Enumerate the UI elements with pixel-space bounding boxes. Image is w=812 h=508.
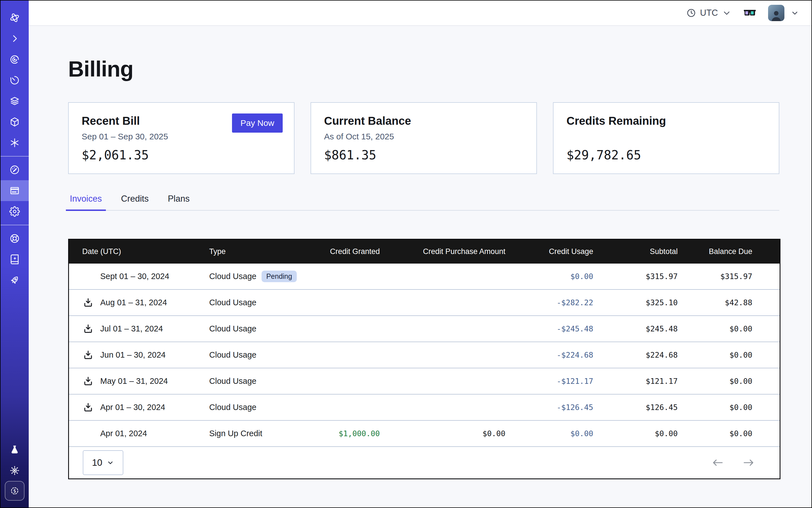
recent-bill-card: Recent Bill Sep 01 – Sep 30, 2025 $2,061… (68, 102, 295, 174)
download-icon (83, 376, 93, 387)
download-invoice-button[interactable] (83, 350, 93, 361)
invoice-type: Cloud Usage (209, 298, 256, 307)
sidebar-item-docs[interactable] (1, 249, 29, 270)
invoice-type: Cloud Usage (209, 350, 256, 359)
credit-granted-value: $1,000.00 (302, 429, 380, 438)
subtotal-value: $315.97 (593, 272, 678, 281)
dollar-badge-icon: $ (9, 486, 20, 496)
card-amount: $29,782.65 (566, 148, 641, 162)
sidebar-item-monitoring[interactable] (1, 49, 29, 70)
card-title: Credits Remaining (566, 115, 766, 127)
download-icon (83, 402, 93, 413)
subtotal-value: $121.17 (593, 377, 678, 385)
sidebar-item-credits[interactable]: $ (5, 481, 25, 501)
gauge-icon (9, 164, 20, 175)
sidebar-item-settings[interactable] (1, 201, 29, 222)
credit-purchase-value: $0.00 (380, 429, 505, 438)
pay-now-button[interactable]: Pay Now (232, 114, 283, 133)
col-balance-due: Balance Due (678, 247, 780, 256)
sidebar-item-usage[interactable] (1, 159, 29, 180)
view-mode-button[interactable] (743, 7, 757, 18)
flask-icon (9, 444, 20, 455)
arrow-right-icon (742, 458, 755, 467)
sidebar-item-getting-started[interactable] (1, 270, 29, 291)
download-invoice-button[interactable] (83, 376, 93, 387)
sidebar-item-history[interactable] (1, 70, 29, 91)
subtotal-value: $126.45 (593, 403, 678, 412)
asterisk-icon (9, 137, 20, 148)
layers-icon (9, 96, 20, 107)
download-invoice-button[interactable] (83, 297, 93, 308)
invoice-type: Sign Up Credit (209, 429, 262, 438)
card-title: Current Balance (324, 115, 523, 127)
sidebar-item-labs[interactable] (1, 439, 29, 460)
sidebar-item-services[interactable] (1, 132, 29, 153)
sidebar-item-support[interactable] (1, 228, 29, 249)
tab-plans[interactable]: Plans (166, 194, 191, 210)
credit-usage-value: -$126.45 (505, 403, 593, 412)
sidebar-item-resources[interactable] (1, 112, 29, 132)
balance-due-value: $0.00 (678, 429, 780, 438)
invoice-date: Apr 01, 2024 (100, 429, 147, 438)
subtotal-value: $0.00 (593, 429, 678, 438)
account-menu[interactable] (768, 5, 799, 21)
subtotal-value: $245.48 (593, 325, 678, 333)
card-subtitle: Sep 01 – Sep 30, 2025 (82, 132, 281, 141)
sun-icon (9, 465, 20, 476)
invoice-date: Jun 01 – 30, 2024 (100, 350, 166, 359)
spiral-eye-icon (9, 54, 20, 65)
invoice-date-cell: Aug 01 – 31, 2024 (69, 297, 209, 308)
cube-icon (9, 117, 20, 127)
credit-usage-value: $0.00 (505, 272, 593, 281)
card-amount: $861.35 (324, 148, 376, 162)
gear-icon (9, 206, 20, 217)
balance-due-value: $0.00 (678, 403, 780, 412)
sidebar-spacer (1, 291, 29, 439)
invoice-type-cell: Cloud Usage Pending (209, 270, 302, 282)
svg-text:$: $ (13, 488, 16, 494)
credits-remaining-card: Credits Remaining $29,782.65 (553, 102, 779, 174)
download-invoice-button[interactable] (83, 324, 93, 334)
download-icon (83, 324, 93, 334)
topbar: UTC (29, 1, 811, 26)
3d-glasses-icon (743, 7, 757, 18)
timezone-selector[interactable]: UTC (686, 8, 731, 18)
invoice-row: Jun 01 – 30, 2024 Cloud Usage -$224.68 $… (69, 342, 780, 368)
download-invoice-button[interactable] (83, 402, 93, 413)
invoice-date: May 01 – 31, 2024 (100, 377, 168, 386)
invoice-row: Apr 01 – 30, 2024 Cloud Usage -$126.45 $… (69, 394, 780, 420)
invoice-type: Cloud Usage (209, 403, 256, 412)
table-header: Date (UTC) Type Credit Granted Credit Pu… (69, 240, 780, 263)
invoice-type: Cloud Usage (209, 377, 256, 386)
invoice-row: Jul 01 – 31, 2024 Cloud Usage -$245.48 $… (69, 315, 780, 342)
sidebar-item-collapse[interactable] (1, 28, 29, 49)
invoice-type-cell: Cloud Usage (209, 324, 302, 333)
invoice-type-cell: Cloud Usage (209, 403, 302, 412)
table-body: Sept 01 – 30, 2024 Cloud Usage Pending $… (69, 263, 780, 446)
sidebar-item-theme[interactable] (1, 460, 29, 481)
invoice-type-cell: Sign Up Credit (209, 429, 302, 438)
table-footer: 10 (69, 446, 780, 478)
main-area: UTC Billing Rece (29, 1, 811, 507)
history-clock-icon (9, 75, 20, 86)
col-credit-purchase: Credit Purchase Amount (380, 247, 505, 256)
page-size-select[interactable]: 10 (83, 450, 123, 475)
invoice-row: Aug 01 – 31, 2024 Cloud Usage -$282.22 $… (69, 289, 780, 315)
invoice-date: Apr 01 – 30, 2024 (100, 403, 165, 412)
invoice-date-cell: Jun 01 – 30, 2024 (69, 350, 209, 361)
tab-invoices[interactable]: Invoices (68, 194, 103, 210)
chevron-down-icon (790, 9, 799, 17)
sidebar-item-layers[interactable] (1, 91, 29, 112)
credit-usage-value: -$245.48 (505, 325, 593, 333)
invoice-date-cell: Apr 01 – 30, 2024 (69, 402, 209, 413)
tab-credits[interactable]: Credits (119, 194, 151, 210)
next-page-button[interactable] (742, 458, 755, 467)
pager (712, 458, 755, 467)
credit-usage-value: -$224.68 (505, 350, 593, 359)
previous-page-button[interactable] (712, 458, 724, 467)
sidebar-item-logo[interactable] (1, 7, 29, 28)
credit-usage-value: $0.00 (505, 429, 593, 438)
avatar (768, 5, 784, 21)
sidebar-item-billing[interactable] (1, 180, 29, 201)
balance-due-value: $0.00 (678, 350, 780, 359)
